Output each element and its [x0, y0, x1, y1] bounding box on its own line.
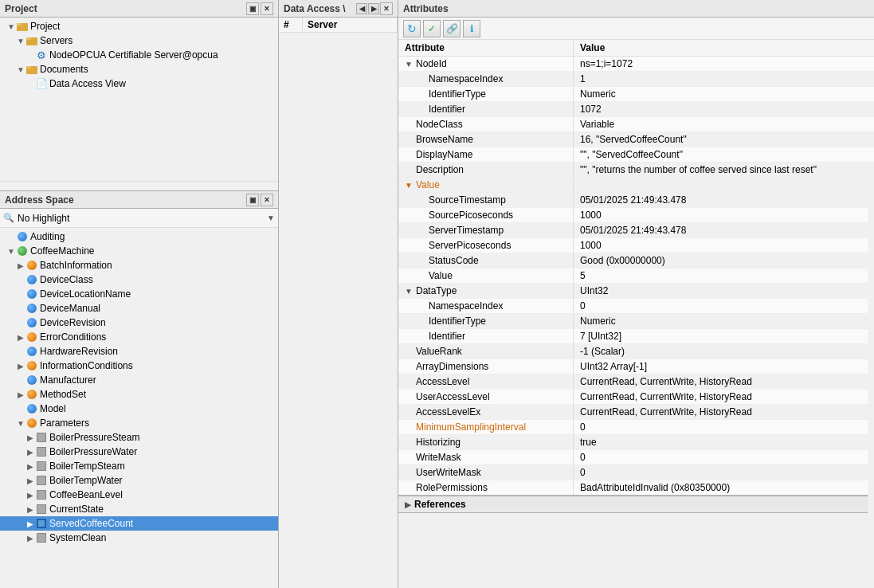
writemask-label: WriteMask: [416, 452, 461, 463]
model-toggle[interactable]: [16, 405, 25, 414]
list-item[interactable]: ▼ Parameters: [0, 416, 278, 430]
da-close-button[interactable]: ✕: [380, 2, 393, 15]
folder-documents-icon: [25, 63, 38, 76]
check-button[interactable]: ✓: [423, 20, 441, 37]
bpw-toggle[interactable]: ▶: [25, 448, 35, 457]
list-item[interactable]: ▼ CoffeeMachine: [0, 244, 278, 258]
attr-userwritemask-val: 0: [574, 465, 874, 480]
bts-toggle[interactable]: ▶: [25, 462, 35, 471]
toggle-documents[interactable]: ▼: [16, 65, 25, 74]
ball-blue-icon6: [25, 345, 38, 358]
attr-table-header: Attribute Value: [398, 40, 874, 57]
batchinfo-toggle[interactable]: ▶: [16, 261, 25, 270]
tree-item-dataview[interactable]: 📄 Data Access View: [0, 76, 278, 91]
list-item[interactable]: ▶ CurrentState: [0, 502, 278, 516]
data-access-title: Data Access \: [284, 3, 346, 14]
refresh-button[interactable]: ↻: [403, 20, 421, 37]
list-item[interactable]: Auditing: [0, 229, 278, 244]
link-icon: 🔗: [446, 23, 458, 34]
infocond-toggle[interactable]: ▶: [16, 362, 25, 370]
list-item[interactable]: ▶ SystemClean: [0, 531, 278, 545]
attr-serverts-name: ServerTimestamp: [398, 223, 574, 237]
devicemanual-toggle[interactable]: [16, 304, 25, 313]
references-section-header: ▶ References: [398, 496, 874, 513]
list-item[interactable]: ▶ InformationConditions: [0, 359, 278, 373]
info-button[interactable]: ℹ: [463, 20, 480, 37]
tree-item-server1[interactable]: ⚙ NodeOPCUA Certifiable Server@opcua: [0, 48, 278, 62]
tree-item-servers[interactable]: ▼ Servers: [0, 33, 278, 48]
toggle-project[interactable]: ▼: [6, 22, 16, 31]
ball-blue-icon2: [25, 273, 38, 286]
list-item[interactable]: ▶ BoilerPressureSteam: [0, 430, 278, 445]
tree-item-project[interactable]: ▼ Project: [0, 19, 278, 33]
attr-minsamplinginterval-val: 0: [574, 420, 874, 434]
list-item[interactable]: ▶ BoilerTempSteam: [0, 459, 278, 473]
scc-toggle[interactable]: ▶: [25, 519, 35, 528]
list-item[interactable]: ▶ ErrorConditions: [0, 330, 278, 344]
link-button[interactable]: 🔗: [443, 20, 461, 37]
methodset-toggle[interactable]: ▶: [16, 390, 25, 399]
nodeid-toggle[interactable]: ▼: [405, 60, 414, 69]
parameters-toggle[interactable]: ▼: [16, 419, 25, 428]
list-item[interactable]: DeviceLocationName: [0, 287, 278, 301]
list-item[interactable]: DeviceClass: [0, 272, 278, 287]
table-row: ArrayDimensions UInt32 Array[-1]: [398, 359, 874, 374]
manufacturer-toggle[interactable]: [16, 376, 25, 385]
tree-item-documents[interactable]: ▼ Documents: [0, 62, 278, 76]
attr-value-section-val: [574, 178, 874, 192]
accesslevelex-label: AccessLevelEx: [416, 406, 480, 417]
table-row: NodeClass Variable: [398, 117, 874, 132]
value-section-toggle[interactable]: ▼: [405, 181, 414, 190]
svg-rect-5: [26, 66, 31, 69]
attr-description-val: "", "returns the number of coffee served…: [574, 163, 874, 177]
filter-dropdown-arrow[interactable]: ▼: [267, 214, 275, 222]
datatype-toggle[interactable]: ▼: [405, 287, 414, 296]
attr-dt-identifier-val: 7 [UInt32]: [574, 329, 874, 343]
toggle-server1[interactable]: [25, 51, 35, 60]
toggle-servers[interactable]: ▼: [16, 37, 25, 45]
list-item[interactable]: Manufacturer: [0, 373, 278, 387]
servers-label: Servers: [40, 35, 73, 46]
table-row: DisplayName "", "ServedCoffeeCount": [398, 147, 874, 163]
cs-toggle[interactable]: ▶: [25, 505, 35, 514]
errorcond-toggle[interactable]: ▶: [16, 333, 25, 342]
list-item[interactable]: ▶ BoilerTempWater: [0, 473, 278, 488]
auditing-toggle[interactable]: [6, 233, 16, 241]
datatype-label: DataType: [416, 285, 457, 296]
list-item[interactable]: ▶ BatchInformation: [0, 258, 278, 272]
data-access-col-headers: # Server: [279, 18, 398, 33]
list-item[interactable]: ▶ BoilerPressureWater: [0, 445, 278, 459]
da-back-button[interactable]: ◀: [356, 3, 367, 14]
sc-toggle[interactable]: ▶: [25, 534, 35, 543]
btw-toggle[interactable]: ▶: [25, 476, 35, 485]
list-item[interactable]: HardwareRevision: [0, 344, 278, 359]
da-forward-button[interactable]: ▶: [368, 3, 379, 14]
square-blue-icon: [35, 517, 48, 530]
attr-roleperm-val: BadAttributeIdInvalid (0x80350000): [574, 480, 874, 495]
square-gray-icon6: [35, 503, 48, 515]
project-hscrollbar[interactable]: [0, 181, 278, 190]
list-item[interactable]: DeviceManual: [0, 301, 278, 316]
deviceclass-toggle[interactable]: [16, 276, 25, 284]
references-toggle[interactable]: ▶: [405, 500, 411, 509]
address-pin-button[interactable]: ▣: [246, 194, 259, 206]
bps-toggle[interactable]: ▶: [25, 433, 35, 442]
list-item[interactable]: ▶ CoffeeBeanLevel: [0, 488, 278, 502]
cbl-toggle[interactable]: ▶: [25, 491, 35, 500]
devicerevision-toggle[interactable]: [16, 319, 25, 327]
table-row: StatusCode Good (0x00000000): [398, 253, 874, 269]
square-gray-icon5: [35, 488, 48, 501]
folder-servers-icon: [25, 34, 38, 47]
list-item[interactable]: ▶ ServedCoffeeCount: [0, 516, 278, 531]
hardwarerev-toggle[interactable]: [16, 347, 25, 356]
list-item[interactable]: DeviceRevision: [0, 316, 278, 330]
project-pin-button[interactable]: ▣: [246, 2, 259, 15]
list-item[interactable]: ▶ MethodSet: [0, 387, 278, 402]
devicelocation-toggle[interactable]: [16, 290, 25, 299]
project-close-button[interactable]: ✕: [261, 2, 273, 15]
list-item[interactable]: Model: [0, 402, 278, 416]
address-close-button[interactable]: ✕: [261, 194, 273, 206]
coffeemachine-toggle[interactable]: ▼: [6, 247, 16, 256]
table-row: ▼ DataType UInt32: [398, 284, 874, 299]
toggle-dataview[interactable]: [25, 80, 35, 88]
